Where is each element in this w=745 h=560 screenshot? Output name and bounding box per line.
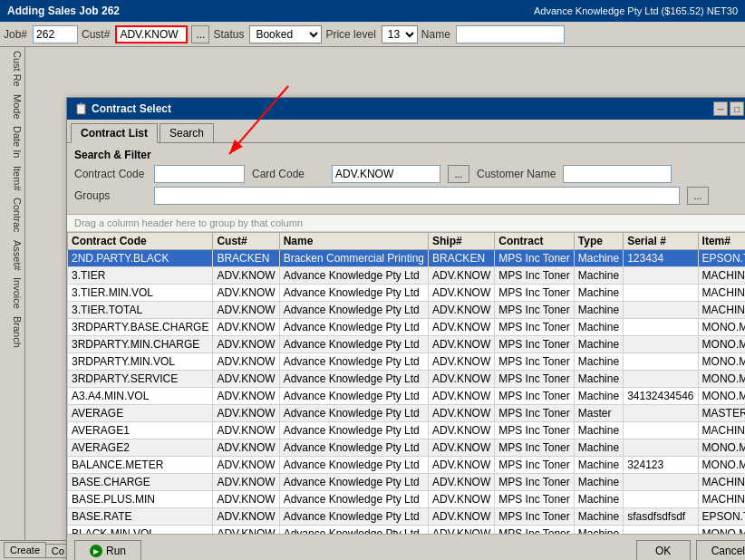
table-row[interactable]: BASE.CHARGEADV.KNOWAdvance Knowledge Pty… [68,474,746,491]
modal-maximize-button[interactable]: □ [730,101,744,116]
footer-btn-group: OK Cancel [636,540,745,560]
col-contract-code[interactable]: Contract Code [68,233,213,250]
table-cell [624,319,698,336]
table-cell: Machine [574,388,623,405]
table-row[interactable]: A3.A4.MIN.VOLADV.KNOWAdvance Knowledge P… [68,388,746,405]
table-cell: 3RDPARTY.MIN.VOL [68,353,213,371]
table-row[interactable]: BASE.RATEADV.KNOWAdvance Knowledge Pty L… [68,508,746,526]
table-cell [624,336,698,353]
table-cell: MPS Inc Toner [495,319,574,336]
table-row[interactable]: BASE.PLUS.MINADV.KNOWAdvance Knowledge P… [68,491,746,508]
table-cell: MACHINE [698,267,745,285]
table-row[interactable]: 3RDPARTY.SERVICEADV.KNOWAdvance Knowledg… [68,371,746,388]
col-name[interactable]: Name [279,233,428,250]
table-row[interactable]: AVERAGE2ADV.KNOWAdvance Knowledge Pty Lt… [68,439,746,457]
job-input[interactable] [33,25,78,43]
table-cell: MPS Inc Toner [495,353,574,371]
table-cell: ADV.KNOW [429,508,495,526]
col-item[interactable]: Item# [698,233,745,250]
table-row[interactable]: AVERAGE1ADV.KNOWAdvance Knowledge Pty Lt… [68,422,746,439]
table-cell [624,422,698,439]
table-cell [624,405,698,422]
table-row[interactable]: 3RDPARTY.MIN.CHARGEADV.KNOWAdvance Knowl… [68,336,746,353]
table-cell: Machine [574,508,623,526]
table-cell: Advance Knowledge Pty Ltd [279,439,428,457]
table-cell: BASE.RATE [68,508,213,526]
table-cell: Machine [574,526,623,535]
card-code-dots-button[interactable]: ... [448,165,469,183]
table-cell: Machine [574,353,623,371]
table-cell: Advance Knowledge Pty Ltd [279,267,428,285]
col-serial[interactable]: Serial # [624,233,698,250]
job-label: Job# [4,28,27,41]
table-cell: Machine [574,267,623,285]
groups-dots-button[interactable]: ... [687,187,709,205]
table-cell: 34132434546 [624,388,698,405]
groups-filter-input[interactable] [154,187,680,205]
table-cell: ADV.KNOW [429,371,495,388]
table-cell: MPS Inc Toner [495,336,574,353]
table-row[interactable]: 3RDPARTY.MIN.VOLADV.KNOWAdvance Knowledg… [68,353,746,371]
col-ship[interactable]: Ship# [429,233,495,250]
cust-dots-button[interactable]: ... [191,25,209,43]
table-cell: MONO.MACHINE [698,319,745,336]
table-cell [624,371,698,388]
modal-minimize-button[interactable]: ─ [713,101,728,116]
table-cell: Bracken Commercial Printing [279,250,428,267]
app-body: Cust Re Mode Date In Item# Contrac Asset… [0,47,745,560]
run-icon: ▶ [90,545,102,557]
table-cell: ADV.KNOW [429,336,495,353]
table-cell: Advance Knowledge Pty Ltd [279,405,428,422]
col-type[interactable]: Type [574,233,623,250]
table-cell [624,491,698,508]
table-row[interactable]: 3.TIERADV.KNOWAdvance Knowledge Pty LtdA… [68,267,746,285]
table-cell: ADV.KNOW [429,491,495,508]
name-input[interactable] [456,25,565,43]
table-cell: BRACKEN [429,250,495,267]
table-cell: ADV.KNOW [213,422,279,439]
card-code-filter-input[interactable] [332,165,440,183]
contracts-table-container[interactable]: Contract Code Cust# Name Ship# Contract … [67,232,745,534]
table-cell: Advance Knowledge Pty Ltd [279,353,428,371]
run-button[interactable]: ▶ Run [74,540,141,560]
tab-contract-list[interactable]: Contract List [71,123,158,143]
contract-select-modal: 📋 Contract Select ─ □ ✕ Contract List Se… [66,97,745,560]
create-button[interactable]: Create [4,542,46,558]
invoice-label: Invoice [2,275,23,311]
col-cust[interactable]: Cust# [213,233,279,250]
table-cell: MPS Inc Toner [495,526,574,535]
table-cell [624,526,698,535]
status-select[interactable]: Booked [249,25,322,43]
table-cell: ADV.KNOW [429,457,495,474]
cancel-button[interactable]: Cancel [696,540,745,560]
table-cell: MONO.MACHINE [698,371,745,388]
table-cell: ADV.KNOW [429,388,495,405]
table-cell: 123434 [624,250,698,267]
table-cell: MPS Inc Toner [495,491,574,508]
table-cell: ADV.KNOW [213,405,279,422]
company-info: Advance Knowledge Pty Ltd ($165.52) NET3… [534,5,738,16]
price-level-select[interactable]: 13 [382,25,418,43]
modal-icon: 📋 [74,102,88,115]
contract-code-filter-input[interactable] [154,165,245,183]
table-row[interactable]: AVERAGEADV.KNOWAdvance Knowledge Pty Ltd… [68,405,746,422]
table-cell: Advance Knowledge Pty Ltd [279,526,428,535]
table-cell: Machine [574,439,623,457]
tab-search[interactable]: Search [160,123,214,142]
table-cell: Machine [574,371,623,388]
table-row[interactable]: BALANCE.METERADV.KNOWAdvance Knowledge P… [68,457,746,474]
table-row[interactable]: 2ND.PARTY.BLACKBRACKENBracken Commercial… [68,250,746,267]
cust-input[interactable] [115,25,188,43]
ok-button[interactable]: OK [636,540,691,560]
customer-name-filter-input[interactable] [563,165,672,183]
col-contract[interactable]: Contract [495,233,574,250]
table-row[interactable]: 3RDPARTY.BASE.CHARGEADV.KNOWAdvance Know… [68,319,746,336]
table-row[interactable]: 3.TIER.TOTALADV.KNOWAdvance Knowledge Pt… [68,302,746,319]
table-row[interactable]: 3.TIER.MIN.VOLADV.KNOWAdvance Knowledge … [68,285,746,302]
table-cell: MPS Inc Toner [495,388,574,405]
table-row[interactable]: BLACK.MIN.VOLADV.KNOWAdvance Knowledge P… [68,526,746,535]
table-cell: MONO.MACHINE [698,457,745,474]
modal-title: 📋 Contract Select [74,102,171,115]
customer-name-label: Customer Name [477,168,556,180]
side-panel: Cust Re Mode Date In Item# Contrac Asset… [0,47,25,560]
